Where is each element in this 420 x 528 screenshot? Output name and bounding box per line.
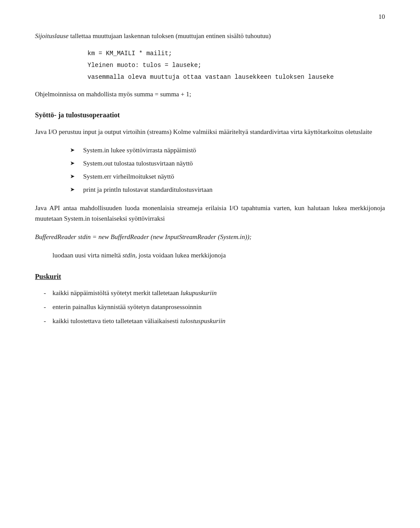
code-line-3: vasemmalla oleva muuttuja ottaa vastaan …	[88, 73, 385, 82]
buffered-reader-line: BufferedReader stdin = new BufferdReader…	[35, 232, 385, 242]
code-line-2: Yleinen muoto: tulos = lauseke;	[88, 61, 385, 70]
list-item-text: System.out tulostaa tulostusvirtaan näyt…	[83, 160, 193, 167]
luodaan-text-after: , josta voidaan lukea merkkijonoja	[135, 252, 226, 259]
luodaan-line: luodaan uusi virta nimeltä stdin, josta …	[52, 250, 385, 260]
dash-item-text-1: kaikki näppäimistöltä syötetyt merkit ta…	[52, 289, 181, 296]
page-number: 10	[378, 13, 385, 21]
dash-item-text-2: enterin painallus käynnistää syötetyn da…	[52, 303, 202, 310]
luodaan-stdin-italic: stdin	[122, 252, 135, 259]
intro-rest: tallettaa muuttujaan laskennan tuloksen …	[69, 32, 271, 39]
dash-item-text-3: kaikki tulostettava tieto talletetaan vä…	[52, 317, 180, 324]
main-content: Sijoituslause tallettaa muuttujaan laske…	[35, 31, 385, 326]
list-item-text: System.in lukee syöttövirrasta näppäimis…	[83, 147, 196, 154]
list-item: System.in lukee syöttövirrasta näppäimis…	[70, 145, 385, 155]
intro-italic: Sijoituslause	[35, 32, 69, 39]
dash-item-italic-3: tulostuspuskuriin	[180, 317, 225, 324]
list-item-text: System.err virheilmoitukset näyttö	[83, 173, 174, 180]
dash-list: kaikki näppäimistöltä syötetyt merkit ta…	[44, 288, 385, 326]
puskurit-heading: Puskurit	[35, 273, 385, 281]
list-item-text: print ja println tulostavat standarditul…	[83, 186, 213, 193]
syotto-heading: Syöttö- ja tulostusoperaatiot	[35, 110, 385, 120]
dash-item-italic-1: lukupuskuriin	[181, 289, 217, 296]
list-item: kaikki tulostettava tieto talletetaan vä…	[44, 316, 385, 326]
page-container: 10 Sijoituslause tallettaa muuttujaan la…	[0, 0, 420, 528]
intro-paragraph: Sijoituslause tallettaa muuttujaan laske…	[35, 31, 385, 41]
java-api-paragraph: Java API antaa mahdollisuuden luoda mone…	[35, 203, 385, 224]
list-item: enterin painallus käynnistää syötetyn da…	[44, 302, 385, 312]
list-item: System.out tulostaa tulostusvirtaan näyt…	[70, 158, 385, 169]
puskurit-heading-text: Puskurit	[35, 273, 61, 280]
luodaan-text-before: luodaan uusi virta nimeltä	[52, 252, 122, 259]
list-item: print ja println tulostavat standarditul…	[70, 184, 385, 195]
ohjelmoinnissa-paragraph: Ohjelmoinnissa on mahdollista myös summa…	[35, 89, 385, 99]
list-item: System.err virheilmoitukset näyttö	[70, 171, 385, 182]
list-item: kaikki näppäimistöltä syötetyt merkit ta…	[44, 288, 385, 298]
java-io-paragraph: Java I/O perustuu input ja output virtoi…	[35, 127, 385, 137]
code-line-1: km = KM_MAILI * mailit;	[88, 49, 385, 58]
bullet-list: System.in lukee syöttövirrasta näppäimis…	[70, 145, 385, 195]
